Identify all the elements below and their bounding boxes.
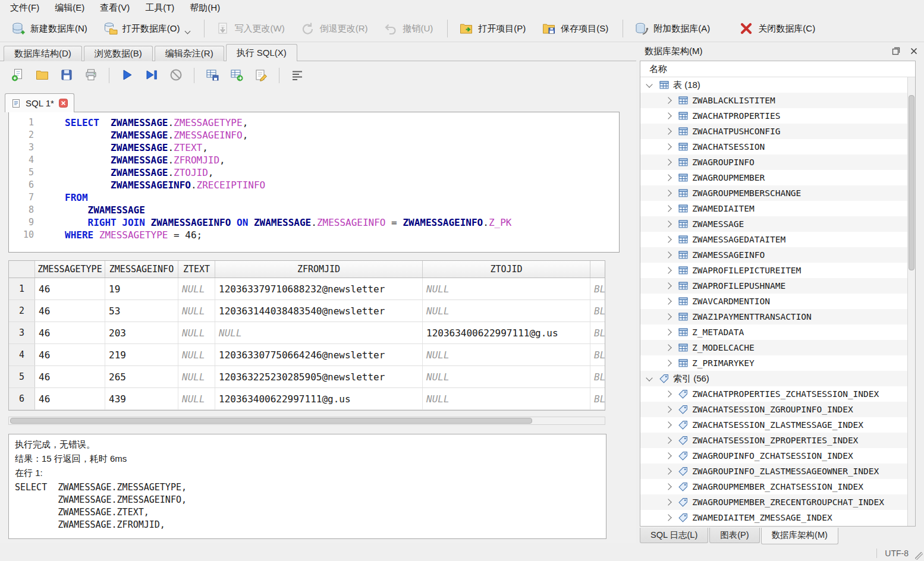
chevron-right-icon[interactable] — [665, 267, 671, 273]
results-horizontal-scrollbar[interactable] — [8, 417, 605, 425]
table-cell[interactable]: NULL — [178, 388, 215, 409]
save-sql-file-button[interactable] — [58, 67, 75, 84]
menu-item-edit[interactable]: 编辑(E) — [47, 1, 92, 15]
dock-tab-database-schema[interactable]: 数据库架构(M) — [761, 528, 838, 544]
tree-item[interactable]: ZWAGROUPINFO_ZCHATSESSION_INDEX — [640, 448, 907, 464]
column-header[interactable]: ZTOJID — [423, 261, 590, 278]
scrollbar-thumb[interactable] — [10, 418, 532, 424]
table-row[interactable]: 646439NULL120363400622997111@g.usNULLBL — [9, 388, 605, 410]
chevron-right-icon[interactable] — [665, 251, 671, 258]
chevron-right-icon[interactable] — [665, 437, 671, 443]
chevron-right-icon[interactable] — [665, 499, 671, 505]
tree-item[interactable]: Z_PRIMARYKEY — [640, 355, 907, 371]
table-cell[interactable]: 203 — [105, 322, 178, 343]
chevron-right-icon[interactable] — [665, 452, 671, 459]
tree-item[interactable]: ZWACHATPUSHCONFIG — [640, 124, 907, 139]
tree-item[interactable]: ZWAGROUPMEMBER — [640, 170, 907, 185]
table-cell[interactable]: 120363307750664246@newsletter — [215, 344, 423, 365]
toggle-word-wrap-button[interactable] — [289, 67, 306, 84]
chevron-right-icon[interactable] — [665, 97, 671, 103]
column-header[interactable]: ZTEXT — [178, 261, 215, 278]
menu-item-help[interactable]: 帮助(H) — [182, 1, 228, 15]
table-cell[interactable]: NULL — [178, 344, 215, 365]
table-cell[interactable]: 120363225230285905@newsletter — [215, 366, 423, 387]
chevron-right-icon[interactable] — [665, 360, 671, 366]
export-results-button[interactable] — [228, 67, 245, 84]
tree-item[interactable]: ZWAVCARDMENTION — [640, 294, 907, 309]
table-row[interactable]: 24653NULL120363144038483540@newsletterNU… — [9, 300, 605, 322]
chevron-right-icon[interactable] — [665, 313, 671, 320]
chevron-right-icon[interactable] — [665, 282, 671, 289]
table-cell[interactable]: 120363144038483540@newsletter — [215, 300, 423, 322]
table-cell[interactable]: 120363379710688232@newsletter — [215, 278, 423, 300]
table-cell[interactable]: 46 — [35, 300, 105, 322]
table-cell[interactable]: 46 — [35, 344, 105, 365]
resize-grip[interactable] — [915, 552, 923, 560]
table-cell[interactable]: 120363400622997111@g.us — [215, 388, 423, 409]
chevron-right-icon[interactable] — [665, 220, 671, 227]
editor-code[interactable]: SELECT ZWAMESSAGE.ZMESSAGETYPE, ZWAMESSA… — [41, 112, 511, 252]
tree-vertical-scrollbar[interactable] — [907, 77, 915, 526]
chevron-right-icon[interactable] — [665, 468, 671, 474]
table-cell[interactable]: 46 — [35, 278, 105, 300]
table-cell[interactable]: 265 — [105, 366, 178, 387]
undo-button[interactable]: 撤销(U) — [377, 18, 439, 39]
table-cell[interactable]: NULL — [423, 366, 590, 387]
new-database-button[interactable]: 新建数据库(N) — [5, 18, 94, 39]
table-cell[interactable]: 120363400622997111@g.us — [423, 322, 590, 343]
scrollbar-thumb[interactable] — [909, 95, 914, 270]
dock-tab-sql-log[interactable]: SQL 日志(L) — [640, 528, 708, 543]
chevron-right-icon[interactable] — [665, 236, 671, 242]
tree-item[interactable]: ZWAGROUPMEMBER_ZRECENTGROUPCHAT_INDEX — [640, 494, 907, 510]
tree-item[interactable]: ZWAMESSAGE — [640, 216, 907, 232]
tree-item[interactable]: Z_MODELCACHE — [640, 340, 907, 355]
table-cell[interactable]: NULL — [178, 278, 215, 300]
chevron-right-icon[interactable] — [665, 159, 671, 165]
chevron-right-icon[interactable] — [665, 298, 671, 304]
table-cell[interactable]: BL — [590, 344, 605, 365]
print-button[interactable] — [83, 67, 99, 84]
table-cell[interactable]: BL — [590, 388, 605, 409]
tree-item[interactable]: ZWACHATPROPERTIES_ZCHATSESSION_INDEX — [640, 386, 907, 402]
table-cell[interactable]: 219 — [105, 344, 178, 365]
tree-item[interactable]: ZWAPROFILEPICTUREITEM — [640, 263, 907, 278]
chevron-right-icon[interactable] — [665, 406, 671, 412]
tree-item[interactable]: ZWAMEDIAITEM — [640, 201, 907, 216]
tree-item[interactable]: Z_METADATA — [640, 324, 907, 340]
tree-item[interactable]: ZWAMESSAGEDATAITEM — [640, 232, 907, 247]
chevron-down-icon[interactable] — [646, 81, 652, 87]
edit-sql-button[interactable] — [253, 67, 269, 84]
table-cell[interactable]: 19 — [105, 278, 178, 300]
tree-item[interactable]: ZWAGROUPINFO_ZLASTMESSAGEOWNER_INDEX — [640, 464, 907, 479]
chevron-right-icon[interactable] — [665, 344, 671, 351]
chevron-right-icon[interactable] — [665, 390, 671, 397]
table-cell[interactable]: BL — [590, 366, 605, 387]
chevron-down-icon[interactable] — [646, 374, 652, 381]
chevron-right-icon[interactable] — [665, 112, 671, 119]
tree-group[interactable]: 表 (18) — [640, 77, 907, 93]
table-cell[interactable]: NULL — [423, 344, 590, 365]
sql-editor[interactable]: 12345678910 SELECT ZWAMESSAGE.ZMESSAGETY… — [8, 112, 620, 253]
tree-item[interactable]: ZWACHATSESSION — [640, 139, 907, 155]
chevron-right-icon[interactable] — [665, 514, 671, 521]
attach-database-button[interactable]: 附加数据库(A) — [628, 18, 716, 39]
column-header[interactable]: ZR — [590, 261, 605, 278]
tab-execute-sql[interactable]: 执行 SQL(X) — [226, 44, 297, 61]
tree-item[interactable]: ZWABLACKLISTITEM — [640, 93, 907, 108]
table-cell[interactable]: NULL — [178, 322, 215, 343]
tab-browse-data[interactable]: 浏览数据(B) — [84, 46, 153, 61]
open-project-button[interactable]: 打开项目(P) — [452, 18, 532, 39]
tree-item[interactable]: ZWACHATSESSION_ZLASTMESSAGE_INDEX — [640, 417, 907, 433]
table-row[interactable]: 346203NULLNULL120363400622997111@g.usBL — [9, 322, 605, 344]
chevron-right-icon[interactable] — [665, 143, 671, 150]
table-cell[interactable]: BL — [590, 278, 605, 300]
chevron-right-icon[interactable] — [665, 205, 671, 212]
table-cell[interactable]: 53 — [105, 300, 178, 322]
new-sql-file-button[interactable] — [10, 67, 26, 84]
column-header[interactable]: ZMESSAGEINFO — [105, 261, 178, 278]
column-header[interactable]: ZFROMJID — [215, 261, 423, 278]
execute-all-button[interactable] — [119, 67, 136, 84]
menu-item-tools[interactable]: 工具(T) — [137, 1, 182, 15]
menu-item-file[interactable]: 文件(F) — [2, 1, 47, 15]
write-changes-button[interactable]: 写入更改(W) — [209, 18, 291, 39]
